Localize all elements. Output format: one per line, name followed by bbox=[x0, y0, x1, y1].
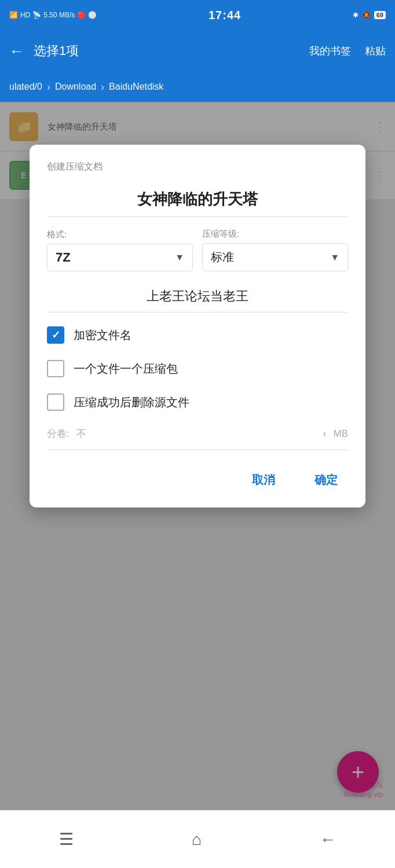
wifi-icon: 📡 bbox=[32, 11, 41, 19]
single-label: 一个文件一个压缩包 bbox=[74, 361, 178, 377]
confirm-button[interactable]: 确定 bbox=[304, 466, 348, 494]
breadcrumb-bar: ulated/0 › Download › BaiduNetdisk bbox=[0, 72, 395, 102]
format-label: 格式: bbox=[47, 229, 193, 240]
encrypt-label: 加密文件名 bbox=[74, 328, 131, 343]
status-right: ✱ 🔕 69 bbox=[353, 11, 386, 19]
check-icon: ✓ bbox=[52, 329, 60, 341]
level-arrow-icon: ▼ bbox=[330, 252, 339, 263]
speed-indicator: 5.50 MB/s bbox=[43, 11, 75, 19]
encrypt-checkbox[interactable]: ✓ bbox=[47, 326, 64, 344]
level-value: 标准 bbox=[211, 249, 234, 265]
bottom-nav: ☰ ⌂ ← bbox=[0, 810, 395, 868]
hd-badge: HD bbox=[20, 11, 30, 19]
bookmark-button[interactable]: 我的书签 bbox=[309, 44, 351, 58]
format-level-row: 格式: 7Z ▼ 压缩等级: 标准 ▼ bbox=[47, 229, 348, 271]
breadcrumb-part3[interactable]: BaiduNetdisk bbox=[109, 82, 163, 92]
split-arrow-icon[interactable]: ‹ bbox=[323, 428, 327, 440]
level-column: 压缩等级: 标准 ▼ bbox=[202, 229, 348, 271]
cancel-button[interactable]: 取消 bbox=[242, 466, 286, 494]
nav-title: 选择1项 bbox=[34, 42, 302, 60]
split-value[interactable]: 不 bbox=[76, 427, 316, 440]
split-unit: MB bbox=[334, 428, 349, 440]
sim-icon: 🔴 bbox=[77, 11, 86, 19]
delete-label: 压缩成功后删除源文件 bbox=[74, 395, 189, 410]
dialog-title: 创建压缩文档 bbox=[47, 161, 348, 173]
password-input[interactable]: 上老王论坛当老王 bbox=[47, 283, 348, 312]
breadcrumb-sep2: › bbox=[101, 81, 104, 93]
format-column: 格式: 7Z ▼ bbox=[47, 229, 193, 271]
breadcrumb-sep1: › bbox=[47, 81, 50, 93]
menu-nav-button[interactable]: ☰ bbox=[59, 830, 74, 849]
battery-indicator: 69 bbox=[374, 11, 386, 19]
paste-button[interactable]: 粘贴 bbox=[365, 44, 386, 58]
format-select[interactable]: 7Z ▼ bbox=[47, 244, 193, 271]
nav-bar: ← 选择1项 我的书签 粘贴 bbox=[0, 30, 395, 72]
nav-actions: 我的书签 粘贴 bbox=[309, 44, 386, 58]
format-value: 7Z bbox=[56, 250, 71, 265]
create-archive-dialog: 创建压缩文档 女神降临的升天塔 格式: 7Z ▼ 压缩等级: 标准 ▼ 上老王论… bbox=[30, 145, 365, 507]
split-volume-row: 分卷: 不 ‹ MB bbox=[47, 427, 348, 450]
checkbox-single-row: 一个文件一个压缩包 bbox=[47, 360, 348, 377]
time-display: 17:44 bbox=[209, 9, 241, 22]
delete-checkbox[interactable] bbox=[47, 393, 64, 411]
level-select[interactable]: 标准 ▼ bbox=[202, 243, 348, 271]
format-arrow-icon: ▼ bbox=[175, 252, 184, 263]
signal-icon: 📶 bbox=[9, 11, 18, 19]
dialog-buttons: 取消 确定 bbox=[47, 466, 348, 494]
back-button[interactable]: ← bbox=[9, 42, 24, 60]
checkbox-encrypt-row: ✓ 加密文件名 bbox=[47, 326, 348, 344]
status-left: 📶 HD 📡 5.50 MB/s 🔴 ⚪ bbox=[9, 11, 97, 19]
breadcrumb-part1[interactable]: ulated/0 bbox=[9, 82, 42, 92]
breadcrumb-part2[interactable]: Download bbox=[55, 82, 96, 92]
split-label: 分卷: bbox=[47, 427, 70, 440]
dot-icon: ⚪ bbox=[88, 11, 97, 19]
home-nav-button[interactable]: ⌂ bbox=[192, 830, 202, 849]
checkbox-delete-row: 压缩成功后删除源文件 bbox=[47, 393, 348, 411]
archive-filename[interactable]: 女神降临的升天塔 bbox=[47, 185, 348, 217]
bluetooth-icon: ✱ bbox=[353, 11, 359, 19]
back-nav-button[interactable]: ← bbox=[320, 830, 336, 849]
level-label: 压缩等级: bbox=[202, 229, 348, 240]
mute-icon: 🔕 bbox=[362, 11, 371, 19]
single-checkbox[interactable] bbox=[47, 360, 64, 377]
status-bar: 📶 HD 📡 5.50 MB/s 🔴 ⚪ 17:44 ✱ 🔕 69 bbox=[0, 0, 395, 30]
